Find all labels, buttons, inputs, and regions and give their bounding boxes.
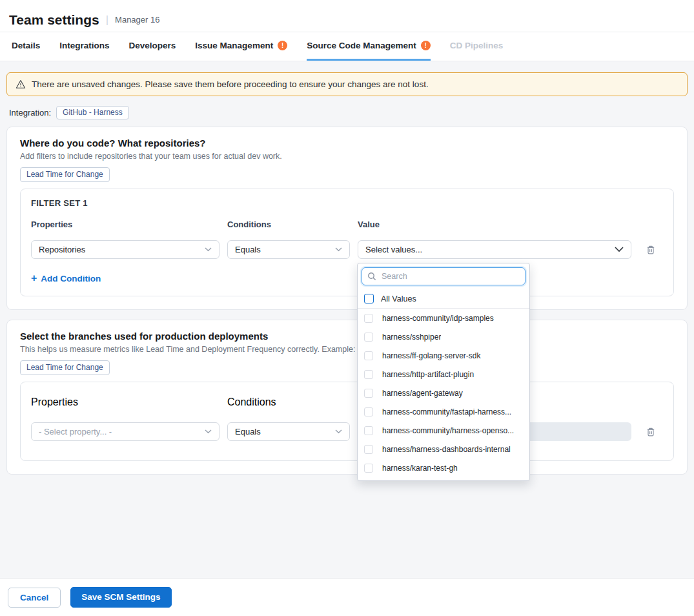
page-header: Team settings | Manager 16 [0, 0, 694, 32]
branches-filter-set: Properties Conditions - Select property.… [20, 382, 674, 461]
add-condition-label: Add Condition [41, 274, 101, 283]
repo-option[interactable]: harness/karan-test-gh [358, 458, 529, 477]
property-select-value: Repositories [39, 245, 85, 254]
dropdown-search[interactable] [362, 267, 526, 285]
chevron-down-icon [335, 429, 342, 434]
lead-time-tag: Lead Time for Change [20, 360, 110, 375]
dropdown-options-list: harness-community/idp-samples harness/ss… [358, 309, 529, 481]
integration-chip[interactable]: GitHub - Harness [56, 106, 129, 119]
tab-bar: Details Integrations Developers Issue Ma… [0, 32, 694, 61]
tab-label: CD Pipelines [450, 41, 504, 50]
repo-option[interactable]: harness/ff-golang-server-sdk [358, 346, 529, 365]
repo-option-label: harness-community/fastapi-harness... [382, 407, 511, 416]
warning-triangle-icon [15, 79, 26, 89]
repo-option[interactable]: harness/harness-dashboards-internal [358, 440, 529, 458]
repo-option[interactable]: harness/sshpiper [358, 327, 529, 346]
chevron-down-icon [205, 247, 212, 252]
tab-label: Issue Management [195, 41, 273, 50]
value-column-label: Value [358, 220, 631, 229]
chevron-down-icon [205, 429, 212, 434]
repo-option-label: harness-community/idp-samples [382, 314, 494, 323]
tab-cd-pipelines: CD Pipelines [450, 32, 504, 61]
page-title: Team settings [9, 12, 99, 28]
repo-option-label: harness-community/harness-openso... [382, 426, 514, 435]
condition-select[interactable]: Equals [227, 240, 350, 259]
checkbox-icon[interactable] [364, 445, 373, 454]
checkbox-icon[interactable] [364, 370, 373, 379]
property-select-placeholder: - Select property... - [39, 427, 112, 436]
plus-icon: + [31, 273, 37, 283]
branches-card-title: Select the branches used for production … [20, 331, 674, 342]
tab-label: Source Code Management [307, 41, 416, 50]
integration-row: Integration: GitHub - Harness [6, 106, 688, 119]
checkbox-icon[interactable] [364, 351, 373, 360]
checkbox-icon[interactable] [364, 407, 373, 416]
all-values-option[interactable]: All Values [358, 289, 529, 309]
value-dropdown-panel: All Values harness-community/idp-samples… [357, 263, 530, 481]
repo-option-label: harness/sshpiper [382, 333, 441, 342]
repo-option[interactable]: harness/http-artifact-plugin [358, 365, 529, 384]
tab-label: Developers [129, 41, 176, 50]
filter-set-1: FILTER SET 1 Properties Conditions Value… [20, 189, 674, 296]
search-icon [367, 272, 376, 281]
search-input[interactable] [380, 271, 520, 282]
tab-integrations[interactable]: Integrations [59, 32, 109, 61]
tab-label: Details [12, 41, 40, 50]
value-multiselect[interactable]: Select values... [358, 240, 631, 259]
condition-select-value: Equals [235, 427, 261, 436]
properties-column-label: Properties [31, 220, 219, 229]
alert-badge-icon: ! [421, 41, 431, 50]
footer-action-bar: Cancel Save SCM Settings [0, 578, 694, 616]
repositories-card: Where do you code? What repositories? Ad… [6, 127, 688, 310]
team-name-label: Manager 16 [115, 15, 159, 25]
checkbox-icon[interactable] [364, 464, 373, 473]
delete-filter-button[interactable] [644, 243, 657, 256]
conditions-column-label: Conditions [227, 396, 350, 408]
repo-option[interactable]: harness-community/fastapi-harness... [358, 402, 529, 421]
banner-text: There are unsaved changes. Please save t… [32, 79, 429, 89]
chevron-down-icon [335, 247, 342, 252]
branches-card: Select the branches used for production … [6, 320, 688, 475]
property-select[interactable]: - Select property... - [31, 422, 219, 441]
filter-row: - Select property... - Equals [31, 422, 663, 441]
main-content: There are unsaved changes. Please save t… [0, 61, 694, 578]
repo-option-label: harness/agent-gateway [382, 389, 463, 398]
properties-column-label: Properties [31, 396, 219, 408]
value-select-placeholder: Select values... [365, 245, 422, 254]
tab-issue-management[interactable]: Issue Management ! [195, 32, 287, 61]
condition-select-value: Equals [235, 245, 261, 254]
condition-select[interactable]: Equals [227, 422, 350, 441]
repositories-card-subtitle: Add filters to include repositories that… [20, 152, 674, 161]
repositories-card-title: Where do you code? What repositories? [20, 138, 674, 149]
repo-option-label: harness/harness-dashboards-internal [382, 445, 511, 454]
tab-label: Integrations [59, 41, 109, 50]
add-condition-button[interactable]: + Add Condition [31, 273, 101, 283]
repo-option[interactable]: harness-community/harness-openso... [358, 421, 529, 440]
checkbox-icon[interactable] [364, 389, 373, 398]
save-scm-settings-button[interactable]: Save SCM Settings [70, 587, 171, 608]
cancel-button[interactable]: Cancel [8, 588, 61, 608]
conditions-column-label: Conditions [227, 220, 350, 229]
checkbox-icon[interactable] [364, 333, 373, 342]
repo-option-label: harness/http-artifact-plugin [382, 370, 474, 379]
alert-badge-icon: ! [278, 41, 287, 50]
chevron-down-icon [615, 247, 624, 252]
tab-source-code-management[interactable]: Source Code Management ! [307, 32, 431, 61]
checkbox-icon[interactable] [364, 426, 373, 435]
lead-time-tag: Lead Time for Change [20, 167, 110, 182]
filter-row: Repositories Equals Select values... [31, 240, 663, 259]
title-separator: | [106, 14, 108, 26]
checkbox-icon[interactable] [364, 294, 374, 303]
tab-developers[interactable]: Developers [129, 32, 176, 61]
repo-option-partial[interactable]: harness/integration-test-widgets [358, 477, 529, 481]
property-select[interactable]: Repositories [31, 240, 219, 259]
filter-set-title: FILTER SET 1 [31, 198, 663, 208]
tab-details[interactable]: Details [12, 32, 40, 61]
repo-option[interactable]: harness/agent-gateway [358, 384, 529, 402]
repo-option[interactable]: harness-community/idp-samples [358, 309, 529, 327]
branches-card-subtitle: This helps us measure metrics like Lead … [20, 345, 674, 354]
checkbox-icon[interactable] [364, 314, 373, 323]
unsaved-changes-banner: There are unsaved changes. Please save t… [6, 72, 688, 96]
filter-column-labels: Properties Conditions Value [31, 220, 663, 229]
delete-filter-button[interactable] [644, 426, 657, 438]
